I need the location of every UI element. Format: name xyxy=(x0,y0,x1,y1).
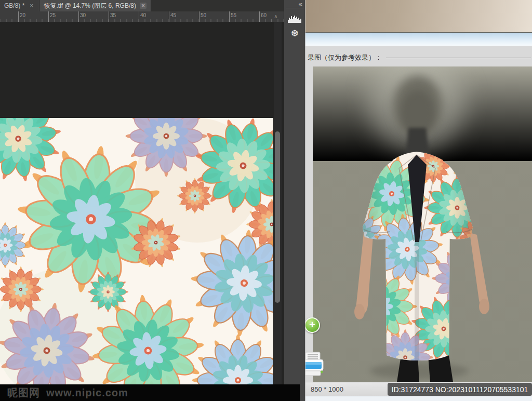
ruler-number: 30 xyxy=(80,12,86,18)
watermark-site-name: 昵图网 xyxy=(7,386,40,400)
ruler-number: 60 xyxy=(261,12,267,18)
watermark-url: www.nipic.com xyxy=(46,387,128,399)
screenshot-root: GB/8) * × 恢复.tif @ 14.7% (图层 6, RGB/8) ×… xyxy=(0,0,532,401)
ruler-number: 45 xyxy=(170,12,176,18)
tab-label: 恢复.tif @ 14.7% (图层 6, RGB/8) xyxy=(44,2,136,10)
page-footer-band xyxy=(305,396,532,401)
ruler-number: 55 xyxy=(231,12,236,18)
nipic-watermark-bar: 昵图网 www.nipic.com xyxy=(0,384,300,401)
ruler-number: 35 xyxy=(110,12,116,18)
panel-divider xyxy=(286,8,303,8)
collapse-panel-icon[interactable]: « xyxy=(299,0,302,8)
ruler-number: 25 xyxy=(50,12,56,18)
pattern-document-image[interactable] xyxy=(0,118,273,384)
plus-icon: + xyxy=(309,319,315,330)
ruler-number: 20 xyxy=(20,12,25,18)
id-watermark-badge: ID:31724773 NO:20231011120705533101 xyxy=(388,383,532,396)
preview-caption-row: 果图（仅为参考效果）： xyxy=(308,52,531,63)
photoshop-tab-bar: GB/8) * × 恢复.tif @ 14.7% (图层 6, RGB/8) × xyxy=(0,0,284,11)
preview-caption: 果图（仅为参考效果）： xyxy=(308,53,382,62)
id-badge-text: ID:31724773 NO:20231011120705533101 xyxy=(392,385,528,394)
ruler-number: 50 xyxy=(201,12,206,18)
garment-preview-image xyxy=(313,66,532,382)
tab-label: GB/8) * xyxy=(4,2,24,9)
ruler-number: 40 xyxy=(140,12,146,18)
snowflake-icon[interactable]: ❆ xyxy=(287,27,302,39)
scroll-up-icon[interactable]: ∧ xyxy=(271,12,281,21)
document-tab-partial[interactable]: GB/8) * × xyxy=(0,0,39,11)
horizontal-ruler: 20 25 30 35 40 45 50 55 60 xyxy=(0,11,284,22)
close-icon[interactable]: × xyxy=(28,3,35,9)
photoshop-panel-strip: « ❆ xyxy=(284,0,305,401)
histogram-icon[interactable] xyxy=(287,12,302,25)
caption-rule xyxy=(386,58,531,58)
document-tab-active[interactable]: 恢复.tif @ 14.7% (图层 6, RGB/8) × xyxy=(39,0,151,11)
canvas-vertical-scrollbar[interactable] xyxy=(274,22,282,384)
close-icon[interactable]: × xyxy=(140,3,147,9)
scrollbar-thumb[interactable] xyxy=(275,131,280,303)
page-banner-image xyxy=(305,0,532,33)
add-button[interactable]: + xyxy=(304,317,320,333)
page-toolbar-band xyxy=(305,33,532,46)
image-dimensions-label: 850 * 1000 xyxy=(311,385,343,393)
